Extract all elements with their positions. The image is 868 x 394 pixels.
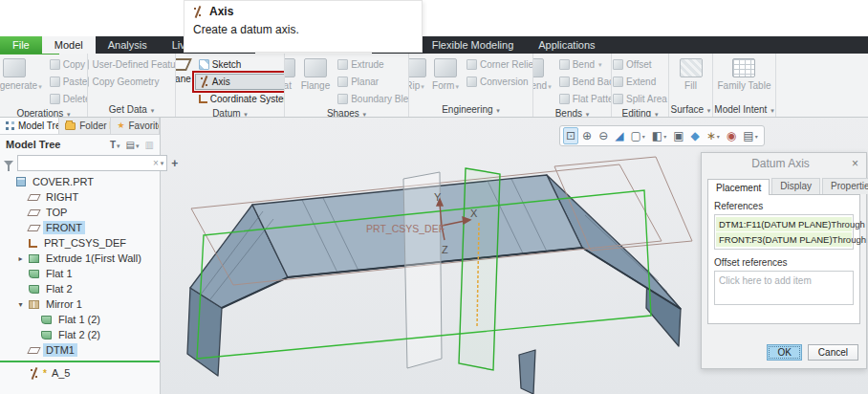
nav-tab-folder-b[interactable]: Folder B [59,118,111,134]
group-label-shapes[interactable]: Shapes ▾ [285,107,408,117]
group-label-bends[interactable]: Bends ▾ [533,107,611,117]
delete-icon [50,94,60,104]
group-label-datum[interactable]: Datum ▾ [176,107,284,117]
expand-arrow-icon[interactable]: ▸ [16,254,25,263]
filter-dropdown-icon[interactable]: ▾ [161,160,164,167]
group-label-get-data[interactable]: Get Data ▾ [88,103,175,117]
flat-pattern-button[interactable]: Flat Pattern▾ [555,91,612,107]
tree-item-flat-2-2[interactable]: Flat 2 (2) [0,327,160,342]
dialog-tab-properties[interactable]: Properties [822,178,868,194]
tree-item-right[interactable]: RIGHT [0,189,160,205]
tab-model[interactable]: Model [42,36,96,54]
sketch-button[interactable]: Sketch [195,56,285,73]
user-defined-feature-button[interactable]: User-Defined Feature [88,56,176,73]
offset-button[interactable]: Offset [612,56,669,73]
datum-display-icon[interactable]: ∗▾ [704,127,723,144]
tree-item-flat-1-2[interactable]: Flat 1 (2) [0,312,160,327]
close-icon[interactable]: × [852,157,858,170]
tree-filter-input[interactable] [21,157,151,169]
tree-item-flat-2[interactable]: Flat 2 [0,281,160,296]
unbend-button[interactable]: Unbend▾ [533,55,553,107]
tree-item-label: RIGHT [43,190,81,204]
offset-references-label: Offset references [714,257,854,268]
extrude-button[interactable]: Extrude [334,56,409,73]
paste-button[interactable]: Paste▾ [46,74,88,90]
reference-row[interactable]: DTM1:F11(DATUM PLANE)Through ▾ [716,217,852,231]
form-button[interactable]: Form▾ [430,55,461,103]
dtm1-plane-selected[interactable] [459,168,500,370]
conversion-button[interactable]: Conversion [463,74,533,90]
tree-item-mirror-1[interactable]: ▾Mirror 1 [0,296,160,312]
coordinate-system-button[interactable]: Coordinate System [195,91,285,107]
zoom-in-icon[interactable]: ⊕ [579,127,595,144]
nav-tab-favorite[interactable]: ★Favorite [111,118,160,134]
group-label-surface[interactable]: Surface ▾ [669,103,712,117]
collapse-arrow-icon[interactable]: ▾ [16,300,25,309]
ok-button[interactable]: OK [767,344,801,361]
plane-button[interactable]: Plane [176,55,193,107]
dialog-tab-placement[interactable]: Placement [707,179,770,195]
corner-relief-button[interactable]: Corner Relief [463,56,533,73]
tree-item-dtm1[interactable]: DTM1 [0,342,160,358]
group-label-engineering[interactable]: Engineering ▾ [409,103,532,117]
image-capture-icon[interactable]: ▣ [670,127,686,144]
group-label-editing[interactable]: Editing ▾ [612,107,668,117]
clear-filter-icon[interactable]: × [153,158,159,168]
bend-back-button[interactable]: Bend Back [555,74,612,90]
zoom-out-icon[interactable]: ⊖ [596,127,611,144]
tree-item-prt-csys-def[interactable]: PRT_CSYS_DEF [0,235,160,251]
filter-funnel-icon[interactable] [4,161,13,166]
tab-file[interactable]: File [0,36,42,54]
regenerate-button[interactable]: Regenerate▾ [0,55,44,107]
family-table-button[interactable]: Family Table [716,55,773,103]
tree-item-a-5[interactable]: *A_5 [0,365,160,381]
tree-filters-icon[interactable]: T▾ [110,140,120,150]
reference-row[interactable]: FRONT:F3(DATUM PLANE)Through ▾ [716,232,852,247]
constraint-dropdown[interactable]: Through ▾ [833,234,868,245]
top-strip [0,0,868,36]
tab-applications[interactable]: Applications [526,36,607,54]
bend-button[interactable]: Bend▾ [555,56,612,73]
annotation-display-icon[interactable]: ▤▾ [740,127,760,144]
tree-item-front[interactable]: FRONT [0,220,160,235]
ribbon: Regenerate▾CopyPaste▾Delete▾Operations ▾… [0,54,868,118]
axis-button[interactable]: Axis [195,74,285,90]
delete-button[interactable]: Delete▾ [46,91,88,107]
split-area-button[interactable]: Split Area [612,91,669,107]
planar-button[interactable]: Planar [334,74,409,90]
references-list[interactable]: DTM1:F11(DATUM PLANE)Through ▾FRONT:F3(D… [714,214,854,250]
display-style-icon[interactable]: ▢▾ [627,127,647,144]
refit-icon[interactable]: ◢ [612,127,626,144]
offset-references-box[interactable]: Click here to add item [714,271,854,305]
group-label-operations[interactable]: Operations ▾ [0,107,87,117]
tab-analysis[interactable]: Analysis [96,36,160,54]
extend-button[interactable]: Extend [612,74,669,90]
front-tab-face[interactable] [519,350,535,394]
nav-tab-model-tree[interactable]: Model Tree [0,118,59,134]
fill-button[interactable]: Fill [678,55,705,103]
tab-flexible-modeling[interactable]: Flexible Modeling [420,36,527,54]
tree-columns-icon[interactable]: ▤▾ [126,140,140,150]
view-manager-icon[interactable]: ◆ [687,127,702,144]
constraint-dropdown[interactable]: Through ▾ [831,219,868,230]
tree-item-extrude-1-first-wall[interactable]: ▸Extrude 1(First Wall) [0,251,160,266]
group-label-model-intent[interactable]: Model Intent ▾ [713,103,775,117]
placement-panel: References DTM1:F11(DATUM PLANE)Through … [707,194,860,324]
sections-icon[interactable]: ◧▾ [649,127,669,144]
dialog-title-bar[interactable]: Datum Axis × [702,153,866,174]
cancel-button[interactable]: Cancel [808,344,858,361]
dialog-tab-display[interactable]: Display [771,178,820,194]
add-filter-icon[interactable]: + [171,157,178,170]
copy-geometry-button[interactable]: Copy Geometry [88,74,176,90]
spin-center-icon[interactable]: ◉ [724,127,739,144]
group-dropdown-caret: ▾ [655,111,659,117]
flange-button[interactable]: Flange [299,55,333,107]
flat-button[interactable]: Flat [285,55,297,107]
tree-item-flat-1[interactable]: Flat 1 [0,266,160,281]
rip-button[interactable]: Rip▾ [409,55,428,103]
boundary-blend-button[interactable]: Boundary Blend [334,91,409,107]
tree-item-cover-prt[interactable]: COVER.PRT [0,174,160,189]
zoom-region-icon[interactable]: ⊡ [563,127,578,144]
tree-item-top[interactable]: TOP [0,205,160,220]
copy-button[interactable]: Copy [46,56,88,73]
